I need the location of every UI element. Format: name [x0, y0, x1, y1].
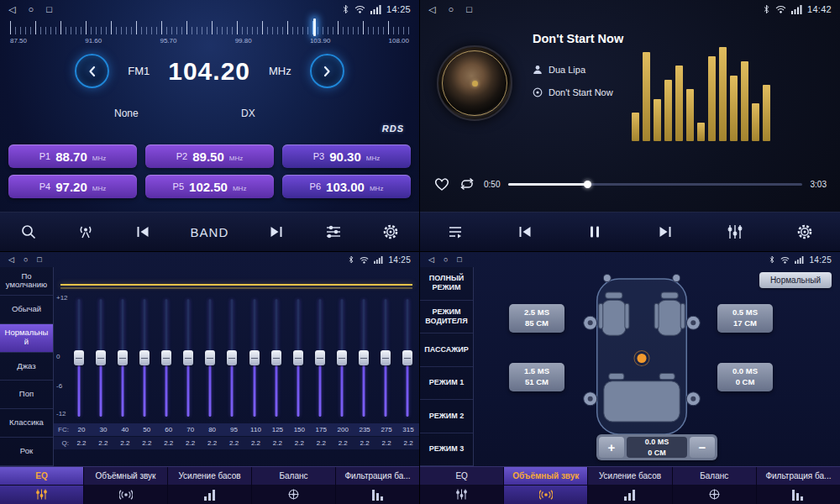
tab-bass-boost[interactable]: Усиление басов	[167, 467, 251, 504]
listening-mode-item[interactable]: РЕЖИМ 1	[420, 367, 473, 401]
slider-knob[interactable]	[315, 350, 325, 365]
eq-preset-item[interactable]: Нормальный	[0, 324, 53, 353]
auto-scan-button[interactable]	[76, 223, 95, 241]
progress-bar[interactable]	[508, 183, 801, 186]
progress-knob[interactable]	[584, 181, 591, 188]
tab-balance[interactable]: Баланс	[672, 467, 756, 504]
eq-band-slider[interactable]	[270, 299, 283, 417]
slider-knob[interactable]	[96, 350, 106, 365]
slider-knob[interactable]	[337, 350, 347, 365]
eq-preset-item[interactable]: Поп	[0, 381, 53, 409]
nav-home-icon[interactable]: ○	[28, 4, 34, 15]
eq-band-slider[interactable]	[94, 299, 108, 417]
slider-knob[interactable]	[381, 350, 391, 365]
preset-button-p1[interactable]: P188.70MHz	[8, 144, 137, 168]
tab-filter[interactable]: Фильтрация ба...	[335, 467, 419, 504]
slider-knob[interactable]	[183, 350, 193, 365]
slider-knob[interactable]	[402, 350, 412, 365]
prev-track-button[interactable]	[516, 223, 534, 241]
frequency-scale[interactable]: 87.5091.6095.7099.80103.90108.00	[10, 21, 409, 53]
nav-recents-icon[interactable]: □	[457, 255, 461, 264]
slider-knob[interactable]	[205, 350, 215, 365]
tab-balance[interactable]: Баланс	[251, 467, 335, 504]
settings-button[interactable]	[381, 223, 400, 241]
listening-mode-item[interactable]: РЕЖИМ 2	[420, 400, 473, 433]
tab-bass-boost[interactable]: Усиление басов	[587, 467, 671, 504]
tab-surround-sound[interactable]: Объёмный звук	[83, 467, 167, 504]
nav-recents-icon[interactable]: □	[466, 4, 472, 15]
tab-surround-sound[interactable]: Объёмный звук	[503, 467, 587, 504]
slider-knob[interactable]	[161, 350, 171, 365]
nav-back-icon[interactable]: ◁	[428, 255, 434, 264]
delay-increase-button[interactable]: +	[599, 437, 624, 458]
tune-down-button[interactable]	[75, 54, 109, 88]
tune-up-button[interactable]	[310, 54, 344, 88]
tab-filter[interactable]: Фильтрация ба...	[756, 467, 840, 504]
preset-button-p4[interactable]: P497.20MHz	[8, 175, 137, 198]
eq-band-slider[interactable]	[160, 299, 173, 417]
band-button[interactable]: BAND	[191, 225, 229, 239]
slider-knob[interactable]	[227, 350, 237, 365]
next-station-button[interactable]	[267, 223, 286, 241]
eq-band-slider[interactable]	[248, 299, 261, 417]
delay-front-left-button[interactable]: 2.5 MS 85 CM	[509, 304, 564, 333]
slider-knob[interactable]	[249, 350, 260, 365]
eq-band-slider[interactable]	[401, 299, 414, 417]
eq-preset-item[interactable]: Рок	[0, 438, 53, 466]
prev-station-button[interactable]	[134, 223, 152, 241]
repeat-button[interactable]	[459, 177, 475, 191]
eq-band-slider[interactable]	[291, 299, 305, 417]
slider-knob[interactable]	[139, 350, 150, 365]
tab-eq[interactable]: EQ	[0, 467, 83, 504]
eq-band-slider[interactable]	[313, 299, 327, 417]
eq-band-slider[interactable]	[203, 299, 217, 417]
tune-settings-button[interactable]	[324, 223, 343, 241]
eq-band-slider[interactable]	[357, 299, 370, 417]
listening-mode-item[interactable]: ПОЛНЫЙ РЕЖИМ	[420, 267, 473, 301]
slider-knob[interactable]	[118, 350, 128, 365]
delay-rear-left-button[interactable]: 1.5 MS 51 CM	[509, 363, 564, 391]
eq-band-slider[interactable]	[116, 299, 129, 417]
preset-button-p2[interactable]: P289.50MHz	[145, 144, 274, 168]
eq-band-slider[interactable]	[181, 299, 195, 417]
pause-button[interactable]	[585, 223, 604, 241]
eq-preset-item[interactable]: Джаз	[0, 353, 53, 381]
tab-eq[interactable]: EQ	[420, 467, 503, 504]
settings-button[interactable]	[795, 223, 814, 241]
nav-back-icon[interactable]: ◁	[8, 255, 14, 264]
delay-front-right-button[interactable]: 0.5 MS 17 CM	[717, 304, 773, 333]
nav-back-icon[interactable]: ◁	[8, 4, 15, 15]
equalizer-button[interactable]	[726, 223, 744, 241]
eq-preset-item[interactable]: Обычай	[0, 296, 53, 324]
delay-rear-right-button[interactable]: 0.0 MS 0 CM	[717, 363, 773, 391]
nav-recents-icon[interactable]: □	[46, 4, 52, 15]
favorite-button[interactable]	[433, 176, 450, 192]
eq-band-slider[interactable]	[72, 299, 86, 417]
eq-preset-item[interactable]: Классика	[0, 409, 53, 438]
listening-mode-item[interactable]: РЕЖИМ 3	[420, 433, 473, 467]
nav-recents-icon[interactable]: □	[37, 255, 41, 264]
eq-band-slider[interactable]	[225, 299, 239, 417]
nav-home-icon[interactable]: ○	[24, 255, 28, 264]
sound-preset-button[interactable]: Нормальный	[759, 272, 832, 288]
delay-decrease-button[interactable]: −	[690, 437, 715, 458]
preset-button-p5[interactable]: P5102.50MHz	[145, 175, 274, 198]
playlist-button[interactable]	[446, 223, 465, 241]
nav-back-icon[interactable]: ◁	[428, 4, 435, 15]
listening-mode-item[interactable]: ПАССАЖИР	[420, 333, 473, 367]
eq-band-slider[interactable]	[379, 299, 392, 417]
slider-knob[interactable]	[271, 350, 281, 365]
nav-home-icon[interactable]: ○	[448, 4, 454, 15]
next-track-button[interactable]	[656, 223, 675, 241]
eq-band-slider[interactable]	[335, 299, 349, 417]
nav-home-icon[interactable]: ○	[444, 255, 448, 264]
slider-knob[interactable]	[359, 350, 369, 365]
preset-button-p3[interactable]: P390.30MHz	[282, 144, 411, 168]
search-stations-button[interactable]	[19, 223, 38, 241]
preset-button-p6[interactable]: P6103.00MHz	[282, 175, 411, 198]
slider-knob[interactable]	[74, 350, 84, 365]
eq-band-slider[interactable]	[138, 299, 151, 417]
eq-preset-item[interactable]: По умолчанию	[0, 267, 53, 296]
album-art[interactable]	[437, 45, 512, 121]
listening-mode-item[interactable]: РЕЖИМ ВОДИТЕЛЯ	[420, 301, 473, 334]
